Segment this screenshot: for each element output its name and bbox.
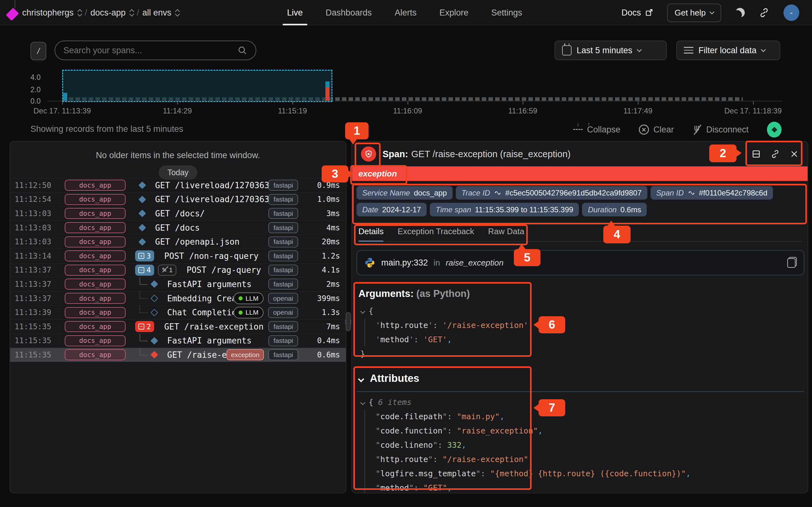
green-dot-icon: [239, 311, 243, 315]
exception-banner: exception: [352, 166, 808, 181]
framework-tag: fastapi: [268, 250, 298, 262]
close-icon[interactable]: [789, 149, 799, 159]
row-right: fastapi4ms: [268, 222, 340, 233]
span-name: GET /raise-exception …: [167, 350, 226, 360]
table-row[interactable]: 11:12:50docs_appGET /livereload/12703636…: [10, 178, 346, 192]
live-status-indicator[interactable]: [767, 122, 781, 137]
tab-dashboards[interactable]: Dashboards: [326, 0, 372, 25]
badge-count: 4: [147, 266, 151, 274]
table-row[interactable]: 11:12:54docs_appGET /livereload/12703636…: [10, 192, 346, 207]
code-line: "method": "GET",: [375, 481, 691, 493]
tree-connector: [140, 277, 149, 291]
theme-toggle-moon-icon[interactable]: [735, 8, 745, 17]
meta-pill-duration: Duration0.6ms: [582, 203, 647, 216]
detail-tab-details[interactable]: Details: [358, 227, 384, 241]
table-row[interactable]: 11:13:37docs_appFastAPI argumentsfastapi…: [10, 277, 346, 291]
collapse-button[interactable]: Collapse: [573, 124, 620, 135]
span-diamond-icon: [138, 224, 146, 232]
org-name: christophergs: [22, 8, 73, 18]
tab-live[interactable]: Live: [287, 0, 303, 25]
span-detail-panel: Span:GET /raise-exception (raise_excepti…: [351, 141, 808, 493]
green-dot-icon: [239, 296, 243, 300]
copy-link-icon[interactable]: [770, 149, 780, 159]
link-icon[interactable]: [494, 189, 502, 197]
source-file[interactable]: main.py:332: [381, 258, 428, 268]
service-tag: docs_app: [65, 208, 125, 219]
meta-label: Duration: [588, 205, 617, 214]
meta-value: 2024-12-17: [382, 205, 421, 214]
table-row[interactable]: 11:13:03docs_appGET /openapi.jsonfastapi…: [10, 234, 346, 249]
spans-timeline-chart[interactable]: 4.02.00.0Dec 17. 11:13:3911:14:2911:15:1…: [0, 70, 812, 118]
meta-label: Service Name: [362, 188, 410, 198]
time-range-dropdown[interactable]: Last 5 minutes: [554, 41, 667, 60]
table-row[interactable]: 11:15:35docs_app−2GET /raise-exceptionfa…: [10, 320, 346, 334]
top-nav: christophergs / docs-app / all envs Live…: [0, 0, 812, 25]
table-row[interactable]: 11:13:14docs_app+3POST /non-rag-queryfas…: [10, 249, 346, 263]
detail-tabs: DetailsException TracebackRaw Data: [358, 227, 803, 242]
status-buttons: Collapse Clear Disconnect: [573, 122, 781, 137]
pen-count: 1: [169, 266, 173, 274]
tab-settings[interactable]: Settings: [491, 0, 522, 25]
children-count-badge[interactable]: +3: [135, 250, 154, 262]
framework-tag: fastapi: [268, 279, 298, 290]
breadcrumb: christophergs / docs-app / all envs: [22, 0, 179, 25]
row-marker: −2: [135, 321, 154, 332]
diamond-icon: [771, 127, 777, 132]
copy-icon[interactable]: [787, 257, 797, 268]
env-selector[interactable]: all envs: [142, 8, 180, 18]
span-diamond-icon: [138, 238, 146, 245]
x-axis-tick-label: 11:16:09: [393, 107, 422, 115]
span-diamond-icon: [150, 295, 158, 302]
span-rows: 11:12:50docs_appGET /livereload/12703636…: [10, 178, 346, 362]
docs-link[interactable]: Docs: [621, 8, 653, 18]
code-indent: 'http.route': '/raise-exception','method…: [364, 318, 533, 347]
span-meta-pills: Service Namedocs_appTrace ID#c5ec5005042…: [357, 186, 804, 216]
search-input[interactable]: [63, 46, 237, 55]
framework-tag: fastapi: [268, 349, 298, 360]
framework-tag: fastapi: [268, 194, 298, 205]
span-title-label: Span:: [383, 149, 408, 159]
row-duration: 4.1s: [303, 266, 340, 274]
dock-panel-icon[interactable]: [751, 149, 761, 159]
table-row[interactable]: 11:15:35docs_appFastAPI argumentsfastapi…: [10, 334, 346, 348]
table-row[interactable]: 11:13:03docs_appGET /docsfastapi4ms: [10, 221, 346, 235]
span-name: GET /livereload/1270363685/1270…: [155, 181, 268, 190]
code-line: "http.route": "/raise-exception",: [375, 452, 691, 466]
row-duration: 20ms: [303, 237, 340, 246]
panel-resize-handle[interactable]: ⋮⋮: [346, 312, 351, 331]
annotation-label-5: 5: [514, 249, 541, 266]
get-help-button[interactable]: Get help: [667, 3, 721, 22]
time-selection-window[interactable]: [62, 70, 333, 102]
children-count-badge[interactable]: −4: [135, 265, 154, 276]
filter-icon: [684, 46, 693, 55]
project-selector[interactable]: docs-app: [90, 8, 134, 18]
children-count-badge[interactable]: −2: [135, 321, 154, 332]
attributes-heading[interactable]: Attributes: [358, 372, 419, 384]
tab-explore[interactable]: Explore: [439, 0, 468, 25]
row-right: fastapi7ms: [268, 321, 340, 332]
link-icon[interactable]: [688, 189, 695, 197]
clear-button[interactable]: Clear: [639, 124, 674, 135]
table-row[interactable]: 11:13:37docs_appEmbedding Creation wit…L…: [10, 291, 346, 305]
table-row[interactable]: 11:13:03docs_appGET /docs/fastapi3ms: [10, 206, 346, 221]
table-row[interactable]: 11:15:35docs_appGET /raise-exception …ex…: [10, 348, 346, 362]
share-link-icon[interactable]: [759, 7, 769, 18]
disconnect-button[interactable]: Disconnect: [692, 124, 749, 135]
filter-dropdown[interactable]: Filter local data: [676, 41, 780, 60]
chevron-down-icon: [710, 9, 715, 14]
org-selector[interactable]: christophergs: [22, 8, 82, 18]
x-axis-tick-label: 11:15:19: [278, 107, 307, 115]
detail-tab-exception-traceback[interactable]: Exception Traceback: [397, 227, 474, 241]
today-button[interactable]: Today: [159, 165, 198, 180]
badge-count: 2: [147, 323, 151, 331]
detail-tab-raw-data[interactable]: Raw Data: [488, 227, 524, 241]
tab-alerts[interactable]: Alerts: [395, 0, 416, 25]
user-avatar[interactable]: -: [783, 4, 799, 21]
meta-value: #c5ec5005042796e91d5db42ca9fd9807: [505, 188, 642, 198]
chevron-down-icon: [637, 47, 642, 52]
table-row[interactable]: 11:13:39docs_appChat Completion with '…L…: [10, 305, 346, 320]
table-row[interactable]: 11:13:37docs_app−4✎1POST /rag-queryfasta…: [10, 263, 346, 277]
meta-value: 0.6ms: [620, 205, 641, 214]
logfire-logo[interactable]: [6, 8, 19, 20]
row-marker: [135, 239, 145, 245]
